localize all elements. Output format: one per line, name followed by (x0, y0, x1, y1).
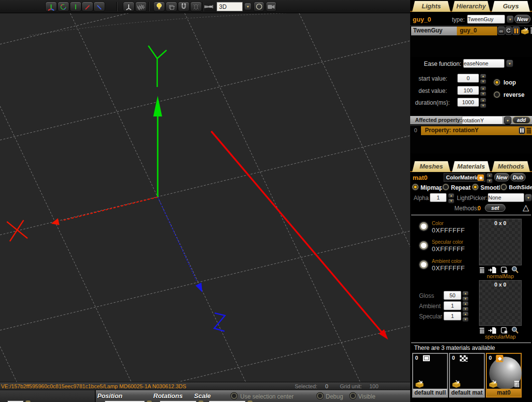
new-guy-button[interactable]: New (514, 15, 531, 23)
debug-radio[interactable] (317, 393, 323, 399)
mipmap-radio[interactable] (412, 184, 419, 190)
material-card-default-null[interactable]: 0 default null (412, 353, 448, 398)
dest-value-stepper[interactable]: ▲▼ (480, 86, 486, 95)
triangle-icon[interactable]: △ (523, 202, 529, 213)
material-card-mat0[interactable]: 0 mat0 (486, 353, 522, 398)
inspect-specularmap-icon[interactable] (511, 326, 519, 334)
new-material-button[interactable]: New (494, 173, 509, 181)
property-row[interactable]: Property: rotationY (421, 126, 532, 135)
edit-box-icon[interactable] (520, 27, 530, 35)
dest-value-input[interactable] (457, 86, 479, 95)
clear-normalmap-icon[interactable] (479, 267, 485, 274)
tab-meshes[interactable]: Meshes (412, 161, 450, 172)
tab-materials[interactable]: Materials (452, 161, 490, 172)
view-mode-dropdown[interactable]: ▼ (244, 2, 252, 10)
load-normalmap-icon[interactable] (488, 266, 497, 274)
load-specularmap-icon[interactable] (488, 327, 497, 334)
snap-button[interactable] (178, 1, 190, 12)
pause-guy-button[interactable] (512, 27, 520, 35)
pause-icon (520, 128, 524, 133)
copy-normalmap-icon[interactable] (501, 266, 508, 274)
alpha-stepper[interactable]: ▲▼ (448, 193, 454, 202)
gloss-input[interactable] (444, 291, 461, 300)
color-label: Color (432, 221, 444, 226)
ease-input[interactable] (463, 59, 504, 68)
reverse-radio[interactable] (494, 91, 500, 98)
guy-row-name[interactable]: guy_0 (457, 27, 497, 35)
duration-stepper[interactable]: ▲▼ (480, 98, 486, 107)
materials-count-text: There are 3 materials available (414, 345, 495, 351)
visible-radio[interactable] (350, 393, 356, 399)
smooth-radio[interactable] (472, 184, 478, 190)
render-sphere-button[interactable] (253, 1, 264, 12)
bones-button[interactable] (190, 1, 202, 12)
checker-material-icon (460, 355, 468, 362)
grid-toggle-button[interactable] (135, 1, 147, 12)
wireframe-button[interactable] (166, 1, 177, 12)
guy-type-input[interactable] (467, 15, 505, 24)
tab-methods[interactable]: Methods (492, 161, 530, 172)
color-swatch[interactable] (420, 222, 428, 230)
delete-guy-icon[interactable] (530, 27, 532, 34)
copy-specularmap-icon[interactable] (501, 327, 508, 334)
guy-row-type[interactable]: TweenGuy (411, 27, 457, 35)
tab-guys[interactable]: Guys (492, 1, 530, 12)
lightpicker-dropdown[interactable]: ▼ (525, 194, 532, 201)
view-mode-input[interactable] (217, 2, 243, 11)
material-type-stepper[interactable]: ▲▼ (486, 173, 493, 182)
normal-map-label: normalMap (479, 273, 522, 279)
normal-map-preview[interactable]: 0 x 0 (479, 219, 522, 265)
ease-dropdown[interactable]: ▼ (506, 59, 513, 67)
guy-type-dropdown[interactable]: ▼ (506, 15, 514, 23)
specular-map-preview[interactable]: 0 x 0 (479, 280, 522, 326)
reverse-toggle-button[interactable] (505, 27, 512, 35)
tripod-view-button[interactable] (123, 1, 135, 12)
loop-toggle-button[interactable]: ∞ (498, 27, 505, 35)
viewport-3d[interactable] (0, 13, 410, 382)
lightpicker-input[interactable] (488, 193, 524, 202)
delete-material-icon[interactable] (514, 380, 520, 388)
add-property-button[interactable]: add (512, 116, 531, 124)
start-value-input[interactable] (457, 74, 479, 83)
specular-stepper[interactable]: ▲▼ (462, 312, 469, 321)
pause-property-button[interactable] (519, 127, 525, 134)
use-selection-center-label: Use selection center (240, 393, 294, 400)
dub-material-button[interactable]: Dub (510, 173, 526, 181)
gloss-stepper[interactable]: ▲▼ (462, 291, 469, 300)
inspect-normalmap-icon[interactable] (511, 266, 519, 274)
z-axis-tool-button[interactable] (93, 1, 105, 12)
start-value-stepper[interactable]: ▲▼ (480, 74, 486, 83)
loop-radio[interactable] (494, 79, 500, 86)
repeat-radio[interactable] (443, 184, 449, 190)
ambient-stepper[interactable]: ▲▼ (462, 301, 469, 311)
guys-list: TweenGuy guy_0 ∞ (410, 26, 532, 57)
light-toggle-button[interactable] (153, 1, 165, 12)
use-selection-center-radio[interactable] (231, 393, 237, 399)
flashlight-icon[interactable] (204, 3, 215, 10)
bothsides-radio[interactable] (501, 184, 507, 190)
camera-button[interactable] (266, 1, 277, 12)
delete-property-icon[interactable] (526, 127, 532, 134)
material-card-default-mat[interactable]: 0 default mat (449, 353, 485, 398)
affected-property-dropdown[interactable]: ▼ (504, 116, 511, 124)
alpha-input[interactable] (430, 193, 447, 202)
move-tool-button[interactable] (45, 1, 57, 12)
material-type-select[interactable]: ColorMaterial (444, 173, 485, 182)
affected-property-input[interactable] (462, 116, 503, 124)
material-count: 0 (415, 355, 418, 361)
duration-input[interactable] (457, 98, 479, 107)
tab-lights[interactable]: Lights (412, 1, 450, 12)
rotate-tool-button[interactable] (57, 1, 69, 12)
x-axis-tool-button[interactable] (82, 1, 93, 12)
specular-color-swatch[interactable] (420, 241, 428, 250)
specular-input[interactable] (444, 312, 461, 320)
guy-name: guy_0 (413, 16, 431, 23)
ambient-color-swatch[interactable] (420, 260, 428, 269)
set-methods-button[interactable]: set (485, 204, 505, 212)
ambient-input[interactable] (444, 301, 461, 310)
clear-specularmap-icon[interactable] (479, 327, 485, 334)
color-value: 0XFFFFFF (432, 227, 465, 234)
tab-hierarchy[interactable]: Hierarchy (452, 1, 490, 12)
selected-value: 0 (325, 382, 328, 390)
y-axis-tool-button[interactable] (70, 1, 82, 12)
